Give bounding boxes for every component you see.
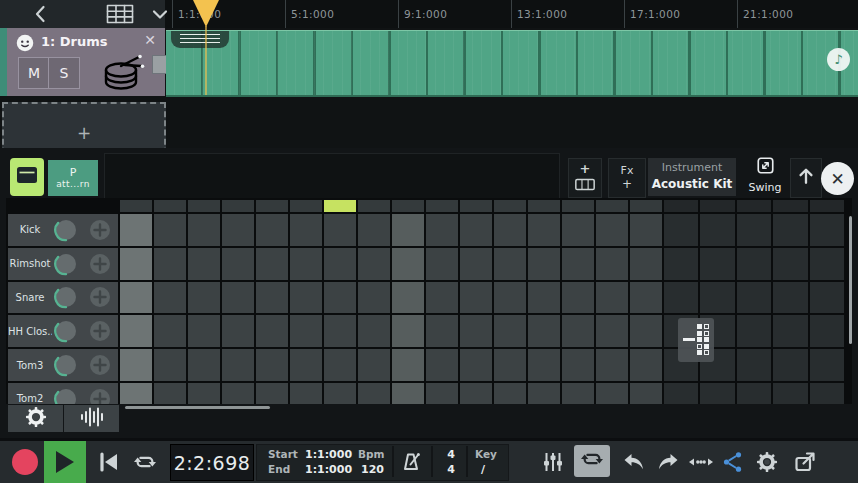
step-cell[interactable]	[596, 383, 628, 404]
step-cell[interactable]	[426, 248, 458, 280]
step-cell[interactable]	[773, 248, 807, 280]
step-position-cell[interactable]	[700, 200, 734, 212]
drum-kit-icon[interactable]	[99, 52, 147, 98]
step-cell[interactable]	[562, 248, 594, 280]
key-value[interactable]: /	[481, 463, 485, 476]
share-button[interactable]	[720, 449, 746, 475]
step-cell[interactable]	[664, 383, 698, 404]
step-cell[interactable]	[324, 315, 356, 347]
step-cell[interactable]	[562, 282, 594, 314]
play-button[interactable]	[44, 441, 86, 483]
step-cell[interactable]	[358, 383, 390, 404]
step-cell[interactable]	[810, 248, 844, 280]
step-cell[interactable]	[773, 214, 807, 246]
volume-knob[interactable]	[53, 386, 79, 404]
step-cell[interactable]	[120, 214, 152, 246]
step-cell[interactable]	[290, 349, 322, 381]
horizontal-scrollbar[interactable]	[125, 406, 270, 409]
settings-gear-button[interactable]	[754, 449, 780, 475]
step-cell[interactable]	[630, 282, 662, 314]
step-cell[interactable]	[188, 214, 220, 246]
add-instrument-button[interactable]: +	[568, 158, 602, 198]
step-cell[interactable]	[630, 248, 662, 280]
step-cell[interactable]	[324, 248, 356, 280]
step-position-indicator[interactable]	[324, 200, 356, 212]
step-position-cell[interactable]	[290, 200, 322, 212]
step-cell[interactable]	[630, 315, 662, 347]
step-cell[interactable]	[426, 349, 458, 381]
step-cell[interactable]	[392, 214, 424, 246]
volume-knob[interactable]	[53, 217, 79, 243]
solo-button[interactable]: S	[48, 57, 80, 89]
loop-toggle-button[interactable]	[128, 449, 162, 475]
back-icon[interactable]	[34, 5, 46, 23]
add-step-options-button[interactable]	[87, 217, 113, 243]
step-cell[interactable]	[120, 315, 152, 347]
step-cell[interactable]	[222, 315, 254, 347]
step-cell[interactable]	[324, 282, 356, 314]
time-sig-numerator[interactable]: 4	[443, 448, 459, 461]
step-cell[interactable]	[494, 282, 526, 314]
step-cell[interactable]	[256, 282, 288, 314]
record-button[interactable]	[12, 449, 38, 475]
step-cell[interactable]	[392, 248, 424, 280]
step-cell[interactable]	[700, 214, 734, 246]
step-cell[interactable]	[188, 383, 220, 404]
step-cell[interactable]	[562, 214, 594, 246]
swing-button[interactable]: Swing	[744, 156, 786, 198]
step-cell[interactable]	[290, 383, 322, 404]
step-cell[interactable]	[460, 248, 492, 280]
grid-view-icon[interactable]	[106, 4, 134, 24]
drums-clip[interactable]: ♪	[166, 30, 858, 97]
panel-close-button[interactable]: ✕	[821, 162, 854, 195]
step-cell[interactable]	[392, 349, 424, 381]
step-position-cell[interactable]	[188, 200, 220, 212]
step-cell[interactable]	[256, 214, 288, 246]
step-cell[interactable]	[773, 349, 807, 381]
step-cell[interactable]	[596, 282, 628, 314]
step-cell[interactable]	[392, 282, 424, 314]
step-cell[interactable]	[810, 383, 844, 404]
step-cell[interactable]	[256, 248, 288, 280]
step-cell[interactable]	[810, 315, 844, 347]
step-cell[interactable]	[528, 214, 560, 246]
step-cell[interactable]	[528, 383, 560, 404]
step-cell[interactable]	[810, 349, 844, 381]
step-cell[interactable]	[358, 214, 390, 246]
step-cell[interactable]	[188, 248, 220, 280]
step-position-cell[interactable]	[358, 200, 390, 212]
step-position-cell[interactable]	[392, 200, 424, 212]
pattern-view-button[interactable]	[10, 158, 44, 196]
step-cell[interactable]	[737, 349, 771, 381]
step-position-cell[interactable]	[528, 200, 560, 212]
step-cell[interactable]	[664, 282, 698, 314]
step-cell[interactable]	[528, 349, 560, 381]
step-cell[interactable]	[664, 248, 698, 280]
pattern-name-bar[interactable]	[104, 153, 560, 199]
export-button[interactable]	[790, 449, 820, 475]
step-position-cell[interactable]	[256, 200, 288, 212]
step-cell[interactable]	[358, 248, 390, 280]
step-cell[interactable]	[154, 315, 186, 347]
time-display[interactable]: 2:2:698	[170, 444, 254, 481]
step-cell[interactable]	[256, 315, 288, 347]
loop-mode-button[interactable]	[574, 445, 610, 477]
add-step-options-button[interactable]	[87, 386, 113, 404]
step-cell[interactable]	[664, 214, 698, 246]
step-cell[interactable]	[630, 383, 662, 404]
step-cell[interactable]	[358, 349, 390, 381]
step-cell[interactable]	[188, 349, 220, 381]
step-cell[interactable]	[773, 282, 807, 314]
step-cell[interactable]	[700, 248, 734, 280]
step-cell[interactable]	[460, 214, 492, 246]
track-header[interactable]: 1: Drums ✕ M S	[7, 28, 165, 96]
step-cell[interactable]	[773, 383, 807, 404]
step-cell[interactable]	[154, 214, 186, 246]
step-cell[interactable]	[426, 315, 458, 347]
metronome-icon[interactable]	[398, 450, 424, 474]
waveform-view-button[interactable]	[64, 405, 119, 432]
start-value[interactable]: 1:1:000	[305, 448, 352, 461]
step-cell[interactable]	[630, 349, 662, 381]
pattern-length-handle[interactable]	[678, 318, 714, 362]
step-cell[interactable]	[188, 315, 220, 347]
